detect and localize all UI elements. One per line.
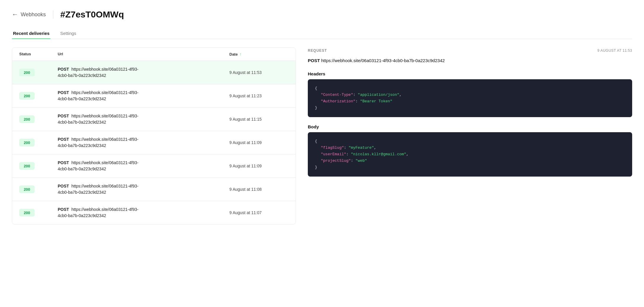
table-row[interactable]: 200 POSThttps://webhook.site/06a03121-4f… xyxy=(12,61,296,84)
url-method: POST xyxy=(58,137,69,142)
url-cell: POSThttps://webhook.site/06a03121-4f93-4… xyxy=(58,136,229,149)
code-flag-slug-line: "flagSlug": "myFeature", xyxy=(315,145,625,151)
code-value: "web" xyxy=(355,159,367,163)
table-row[interactable]: 200 POSThttps://webhook.site/06a03121-4f… xyxy=(12,178,296,201)
code-key: "flagSlug" xyxy=(321,146,344,150)
url-cell: POSThttps://webhook.site/06a03121-4f93-4… xyxy=(58,113,229,125)
page-header: ← Webhooks #Z7esT0OMWq xyxy=(12,9,632,20)
detail-panel: REQUEST 9 AUGUST AT 11:53 POST https://w… xyxy=(308,47,632,184)
deliveries-table: Status Url Date ↑ 200 POSThttps://webhoo… xyxy=(12,47,296,224)
url-text: https://webhook.site/06a03121-4f93-4cb0-… xyxy=(58,160,139,171)
url-text: https://webhook.site/06a03121-4f93-4cb0-… xyxy=(58,184,139,195)
status-badge: 200 xyxy=(19,69,35,76)
code-comma: , xyxy=(374,146,376,150)
status-cell: 200 xyxy=(19,115,58,123)
date-cell: 9 August at 11:09 xyxy=(229,164,289,168)
detail-url: POST https://webhook.site/06a03121-4f93-… xyxy=(308,57,632,64)
headers-code-block: { "Content-Type": "application/json", "A… xyxy=(308,79,632,117)
column-header-url: Url xyxy=(58,52,229,56)
code-comma: , xyxy=(406,152,409,156)
column-header-status: Status xyxy=(19,52,58,56)
headers-section-title: Headers xyxy=(308,71,632,76)
date-cell: 9 August at 11:07 xyxy=(229,210,289,215)
date-column-label: Date xyxy=(229,52,238,56)
url-text: https://webhook.site/06a03121-4f93-4cb0-… xyxy=(58,67,139,78)
url-method: POST xyxy=(58,90,69,95)
url-method: POST xyxy=(58,114,69,118)
code-close-brace: } xyxy=(315,164,625,171)
code-key: "Authorization" xyxy=(321,99,355,104)
column-header-date[interactable]: Date ↑ xyxy=(229,52,289,56)
code-punctuation: : xyxy=(355,99,360,104)
code-value: "application/json" xyxy=(358,93,399,97)
code-key: "userEmail" xyxy=(321,152,346,156)
url-cell: POSThttps://webhook.site/06a03121-4f93-4… xyxy=(58,90,229,102)
table-row[interactable]: 200 POSThttps://webhook.site/06a03121-4f… xyxy=(12,154,296,178)
code-punctuation: : xyxy=(351,159,355,163)
table-row[interactable]: 200 POSThttps://webhook.site/06a03121-4f… xyxy=(12,131,296,154)
url-method: POST xyxy=(58,207,69,212)
code-open-brace: { xyxy=(315,85,625,92)
code-punctuation: : xyxy=(344,146,349,150)
code-authorization-line: "Authorization": "Bearer Token" xyxy=(315,98,625,105)
body-section-title: Body xyxy=(308,124,632,129)
sort-arrow-icon: ↑ xyxy=(239,52,242,56)
url-cell: POSThttps://webhook.site/06a03121-4f93-4… xyxy=(58,66,229,79)
status-cell: 200 xyxy=(19,139,58,146)
tabs-container: Recent deliveries Settings xyxy=(12,28,632,39)
status-cell: 200 xyxy=(19,162,58,170)
main-layout: Status Url Date ↑ 200 POSThttps://webhoo… xyxy=(12,47,632,224)
status-badge: 200 xyxy=(19,139,35,146)
detail-timestamp: 9 AUGUST AT 11:53 xyxy=(597,49,632,53)
status-badge: 200 xyxy=(19,92,35,100)
code-project-slug-line: "projectSlug": "web" xyxy=(315,158,625,164)
date-cell: 9 August at 11:08 xyxy=(229,187,289,192)
status-badge: 200 xyxy=(19,209,35,216)
table-row[interactable]: 200 POSThttps://webhook.site/06a03121-4f… xyxy=(12,84,296,108)
header-divider xyxy=(53,10,53,19)
code-punctuation: : xyxy=(353,93,358,97)
status-badge: 200 xyxy=(19,185,35,193)
back-link-text: Webhooks xyxy=(21,12,46,18)
status-cell: 200 xyxy=(19,69,58,76)
date-cell: 9 August at 11:09 xyxy=(229,140,289,145)
date-cell: 9 August at 11:15 xyxy=(229,117,289,122)
table-row[interactable]: 200 POSThttps://webhook.site/06a03121-4f… xyxy=(12,201,296,224)
url-method: POST xyxy=(58,160,69,165)
date-cell: 9 August at 11:53 xyxy=(229,70,289,75)
tab-settings[interactable]: Settings xyxy=(59,28,77,39)
back-link[interactable]: ← Webhooks xyxy=(12,11,46,18)
code-key: "Content-Type" xyxy=(321,93,353,97)
detail-section-label: REQUEST xyxy=(308,49,327,53)
detail-url-text: https://webhook.site/06a03121-4f93-4cb0-… xyxy=(321,58,445,63)
url-text: https://webhook.site/06a03121-4f93-4cb0-… xyxy=(58,137,139,148)
url-text: https://webhook.site/06a03121-4f93-4cb0-… xyxy=(58,90,139,101)
url-cell: POSThttps://webhook.site/06a03121-4f93-4… xyxy=(58,206,229,219)
code-value: "myFeature" xyxy=(349,146,374,150)
tab-recent-deliveries[interactable]: Recent deliveries xyxy=(12,28,51,39)
code-open-brace: { xyxy=(315,138,625,145)
detail-method: POST xyxy=(308,58,320,63)
body-code-block: { "flagSlug": "myFeature", "userEmail": … xyxy=(308,132,632,177)
table-row[interactable]: 200 POSThttps://webhook.site/06a03121-4f… xyxy=(12,108,296,131)
code-user-email-line: "userEmail": "nicolas.kllr@gmail.com", xyxy=(315,151,625,158)
code-key: "projectSlug" xyxy=(321,159,351,163)
deliveries-table-section: Status Url Date ↑ 200 POSThttps://webhoo… xyxy=(12,47,296,224)
code-comma: , xyxy=(399,93,402,97)
code-content-type-line: "Content-Type": "application/json", xyxy=(315,92,625,98)
back-arrow-icon: ← xyxy=(12,11,18,18)
date-cell: 9 August at 11:23 xyxy=(229,93,289,98)
url-text: https://webhook.site/06a03121-4f93-4cb0-… xyxy=(58,114,139,125)
url-method: POST xyxy=(58,67,69,72)
detail-panel-header: REQUEST 9 AUGUST AT 11:53 xyxy=(308,49,632,53)
code-close-brace: } xyxy=(315,105,625,111)
status-cell: 200 xyxy=(19,92,58,100)
table-header: Status Url Date ↑ xyxy=(12,48,296,61)
status-cell: 200 xyxy=(19,209,58,216)
code-value: "nicolas.kllr@gmail.com" xyxy=(351,152,406,156)
url-text: https://webhook.site/06a03121-4f93-4cb0-… xyxy=(58,207,139,218)
url-cell: POSThttps://webhook.site/06a03121-4f93-4… xyxy=(58,160,229,172)
url-method: POST xyxy=(58,184,69,188)
page-title: #Z7esT0OMWq xyxy=(60,9,124,20)
status-badge: 200 xyxy=(19,162,35,170)
